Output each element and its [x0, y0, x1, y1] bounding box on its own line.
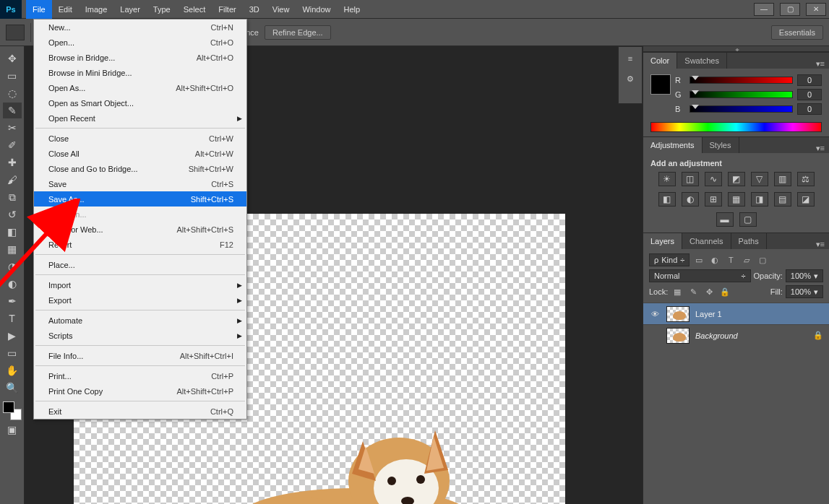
visibility-icon[interactable]: 👁: [649, 310, 661, 318]
exposure-icon[interactable]: ◩: [728, 172, 745, 186]
menu-item-save-as[interactable]: Save As...Shift+Ctrl+S: [34, 191, 246, 207]
workspace-switcher[interactable]: Essentials: [771, 25, 823, 40]
menu-item-close-and-go-to-bridge[interactable]: Close and Go to Bridge...Shift+Ctrl+W: [34, 161, 246, 176]
menu-item-save[interactable]: SaveCtrl+S: [34, 176, 246, 191]
panel-menu-icon[interactable]: ▾≡: [812, 240, 829, 249]
menu-item-browse-in-mini-bridge[interactable]: Browse in Mini Bridge...: [34, 65, 246, 80]
gradient-map-icon[interactable]: ▬: [716, 212, 734, 227]
menu-item-browse-in-bridge[interactable]: Browse in Bridge...Alt+Ctrl+O: [34, 50, 246, 65]
opacity-field[interactable]: 100% ▾: [786, 269, 823, 282]
panel-menu-icon[interactable]: ▾≡: [812, 144, 829, 153]
stamp-tool-icon[interactable]: ⧉: [3, 189, 22, 205]
blend-mode-dropdown[interactable]: Normal ÷: [649, 269, 751, 282]
shape-tool-icon[interactable]: ▭: [3, 345, 22, 361]
lock-trans-icon[interactable]: ▦: [671, 286, 684, 297]
menu-item-exit[interactable]: ExitCtrl+Q: [34, 404, 246, 419]
dodge-tool-icon[interactable]: ◐: [3, 276, 22, 292]
menu-window[interactable]: Window: [296, 0, 337, 19]
history-panel-icon[interactable]: ≡: [623, 51, 637, 66]
g-value[interactable]: 0: [797, 89, 822, 100]
brush-tool-icon[interactable]: 🖌: [3, 172, 22, 188]
menu-3d[interactable]: 3D: [243, 0, 266, 19]
menu-item-open-as[interactable]: Open As...Alt+Shift+Ctrl+O: [34, 80, 246, 95]
close-button[interactable]: ✕: [806, 3, 826, 16]
healing-tool-icon[interactable]: ✚: [3, 155, 22, 170]
fill-field[interactable]: 100% ▾: [786, 285, 823, 298]
r-slider[interactable]: [690, 77, 793, 84]
paths-tab[interactable]: Paths: [731, 233, 767, 249]
menu-item-revert[interactable]: RevertF12: [34, 237, 246, 252]
swatches-tab[interactable]: Swatches: [677, 53, 727, 69]
blur-tool-icon[interactable]: ◔: [3, 258, 22, 274]
menu-item-import[interactable]: Import▶: [34, 277, 246, 292]
bw-icon[interactable]: ◧: [658, 192, 676, 207]
selective-color-icon[interactable]: ▢: [739, 212, 757, 227]
lock-pixels-icon[interactable]: ✎: [687, 286, 700, 297]
styles-tab[interactable]: Styles: [703, 137, 739, 153]
menu-select[interactable]: Select: [177, 0, 212, 19]
threshold-icon[interactable]: ◪: [797, 192, 815, 207]
photo-filter-icon[interactable]: ◐: [682, 192, 699, 207]
filter-adj-icon[interactable]: ◐: [708, 254, 721, 266]
layer-row[interactable]: Background🔒: [643, 324, 829, 346]
zoom-tool-icon[interactable]: 🔍: [3, 380, 22, 396]
menu-item-automate[interactable]: Automate▶: [34, 313, 246, 328]
vibrance-icon[interactable]: ▽: [751, 172, 768, 186]
eraser-tool-icon[interactable]: ◧: [3, 224, 22, 240]
menu-item-print[interactable]: Print...Ctrl+P: [34, 368, 246, 383]
menu-item-place[interactable]: Place...: [34, 257, 246, 272]
color-tab[interactable]: Color: [643, 53, 677, 69]
menu-type[interactable]: Type: [147, 0, 177, 19]
minimize-button[interactable]: —: [754, 3, 774, 16]
balance-icon[interactable]: ⚖: [797, 172, 815, 186]
menu-image[interactable]: Image: [79, 0, 114, 19]
marquee-tool-icon[interactable]: ▭: [3, 68, 22, 84]
menu-item-close[interactable]: CloseCtrl+W: [34, 131, 246, 146]
lock-all-icon[interactable]: 🔒: [718, 286, 731, 297]
quickmask-icon[interactable]: ▣: [3, 422, 22, 438]
lasso-tool-icon[interactable]: ◌: [3, 85, 22, 101]
menu-item-scripts[interactable]: Scripts▶: [34, 328, 246, 343]
spectrum-bar[interactable]: [650, 122, 822, 132]
color-swatches[interactable]: [3, 401, 22, 420]
layer-name[interactable]: Background: [695, 331, 807, 340]
invert-icon[interactable]: ◨: [751, 192, 768, 207]
menu-item-new[interactable]: New...Ctrl+N: [34, 19, 246, 35]
layers-tab[interactable]: Layers: [643, 233, 682, 249]
hue-icon[interactable]: ▥: [774, 172, 791, 186]
brightness-icon[interactable]: ☀: [658, 172, 676, 186]
menu-filter[interactable]: Filter: [212, 0, 242, 19]
menu-item-open[interactable]: Open...Ctrl+O: [34, 35, 246, 50]
move-tool-icon[interactable]: ✥: [3, 51, 22, 66]
panel-menu-icon[interactable]: ▾≡: [812, 59, 829, 69]
menu-item-save-for-web[interactable]: Save for Web...Alt+Shift+Ctrl+S: [34, 222, 246, 237]
layer-row[interactable]: 👁Layer 1: [643, 303, 829, 324]
menu-file[interactable]: File: [26, 0, 52, 19]
b-value[interactable]: 0: [797, 103, 822, 115]
menu-layer[interactable]: Layer: [113, 0, 147, 19]
refine-edge-button[interactable]: Refine Edge...: [265, 25, 331, 40]
menu-help[interactable]: Help: [338, 0, 367, 19]
menu-item-open-as-smart-object[interactable]: Open as Smart Object...: [34, 95, 246, 110]
current-tool-icon[interactable]: [6, 25, 25, 40]
adjustments-tab[interactable]: Adjustments: [643, 137, 703, 153]
crop-tool-icon[interactable]: ✂: [3, 120, 22, 136]
type-tool-icon[interactable]: T: [3, 310, 22, 326]
filter-kind-dropdown[interactable]: ρ Kind ÷: [649, 253, 690, 266]
filter-pixel-icon[interactable]: ▭: [692, 254, 705, 266]
curves-icon[interactable]: ∿: [705, 172, 722, 186]
eyedropper-tool-icon[interactable]: ✐: [3, 137, 22, 153]
g-slider[interactable]: [690, 91, 793, 98]
menu-edit[interactable]: Edit: [52, 0, 79, 19]
menu-item-export[interactable]: Export▶: [34, 292, 246, 308]
path-select-tool-icon[interactable]: ▶: [3, 328, 22, 344]
b-slider[interactable]: [690, 105, 793, 113]
quick-select-tool-icon[interactable]: ✎: [3, 103, 22, 118]
menu-item-close-all[interactable]: Close AllAlt+Ctrl+W: [34, 146, 246, 161]
channels-tab[interactable]: Channels: [682, 233, 731, 249]
current-color-swatch[interactable]: [650, 74, 671, 95]
channel-mixer-icon[interactable]: ⊞: [705, 192, 722, 207]
filter-type-icon[interactable]: T: [724, 254, 737, 266]
properties-panel-icon[interactable]: ⚙: [623, 71, 637, 86]
menu-item-open-recent[interactable]: Open Recent▶: [34, 110, 246, 126]
